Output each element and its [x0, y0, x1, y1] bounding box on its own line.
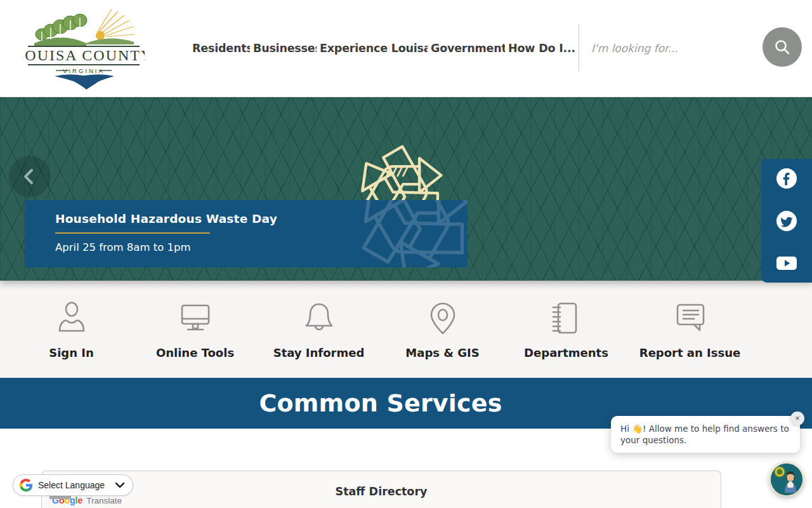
- chevron-down-icon: [115, 482, 125, 488]
- language-select[interactable]: Select Language: [13, 474, 133, 496]
- quicklink-label: Maps & GIS: [405, 346, 479, 359]
- twitter-icon: [776, 210, 797, 232]
- staff-directory-title: Staff Directory: [42, 471, 721, 498]
- translate-attribution-label: Translate: [86, 496, 122, 505]
- quicklink-stay-informed[interactable]: Stay Informed: [257, 298, 381, 359]
- quicklink-sign-in[interactable]: Sign In: [10, 298, 133, 359]
- quicklink-label: Departments: [524, 346, 608, 359]
- nav-item-government[interactable]: Government: [431, 42, 505, 55]
- notebook-icon: [547, 298, 586, 338]
- chatbot-avatar: [771, 464, 802, 495]
- carousel-prev-button[interactable]: [9, 156, 51, 197]
- louisa-county-logo[interactable]: LOUISA COUNTY VIRGINIA: [23, 6, 145, 90]
- google-wordmark: Google: [52, 495, 82, 505]
- quicklink-departments[interactable]: Departments: [504, 298, 628, 359]
- nav-item-experience-louisa[interactable]: Experience Louisa: [320, 42, 428, 55]
- hero-slide-subtitle: April 25 from 8am to 1pm: [55, 241, 277, 253]
- youtube-link[interactable]: [776, 252, 797, 274]
- quick-links-section: Sign In Online Tools Stay Informed: [0, 281, 812, 378]
- staff-directory-card: Staff Directory: [41, 471, 721, 508]
- chat-close-button[interactable]: ×: [790, 411, 804, 425]
- search-input[interactable]: [590, 37, 751, 60]
- search-icon: [773, 38, 791, 56]
- logo-title: LOUISA COUNTY: [23, 47, 145, 64]
- youtube-icon: [776, 252, 797, 274]
- louisa-county-homepage: LOUISA COUNTY VIRGINIA Residents Busines…: [0, 0, 812, 508]
- recycle-watermark-icon: [310, 200, 468, 267]
- hero-title-underline: [55, 232, 210, 234]
- hero-carousel: Household Hazardous Waste Day April 25 f…: [0, 97, 812, 281]
- logo-water: [55, 74, 114, 90]
- chatbot-message: Hi 👋! Allow me to help find answers to y…: [620, 423, 790, 446]
- facebook-link[interactable]: [776, 168, 797, 189]
- chatbot-greeting-bubble[interactable]: Hi 👋! Allow me to help find answers to y…: [611, 416, 800, 453]
- search-button[interactable]: [763, 27, 802, 67]
- quicklink-maps-gis[interactable]: Maps & GIS: [381, 298, 504, 359]
- facebook-icon: [776, 168, 797, 189]
- nav-item-how-do-i[interactable]: How Do I...: [508, 42, 575, 55]
- map-pin-icon: [423, 298, 462, 338]
- quicklink-label: Stay Informed: [273, 346, 365, 359]
- hero-slide-caption: Household Hazardous Waste Day April 25 f…: [25, 200, 468, 267]
- quicklink-label: Report an Issue: [639, 346, 740, 359]
- google-translate-attribution[interactable]: Google Translate: [52, 495, 122, 505]
- main-nav: Residents Businesses Experience Louisa G…: [192, 0, 575, 97]
- chat-lines-icon: [671, 298, 710, 338]
- site-header: LOUISA COUNTY VIRGINIA Residents Busines…: [0, 0, 812, 97]
- language-select-value: Select Language: [38, 480, 115, 490]
- google-g-icon: [19, 478, 33, 492]
- quick-links-row: Sign In Online Tools Stay Informed: [10, 298, 752, 359]
- quicklink-report-issue[interactable]: Report an Issue: [628, 298, 752, 359]
- quicklink-online-tools[interactable]: Online Tools: [133, 298, 257, 359]
- bell-icon: [299, 298, 339, 338]
- header-divider: [579, 24, 579, 71]
- nav-item-businesses[interactable]: Businesses: [253, 42, 317, 55]
- chevron-left-icon: [20, 166, 40, 187]
- nav-item-residents[interactable]: Residents: [192, 42, 250, 55]
- chatbot-avatar-button[interactable]: [769, 462, 804, 497]
- social-rail: [761, 159, 812, 283]
- quicklink-label: Sign In: [49, 346, 94, 359]
- twitter-link[interactable]: [776, 210, 797, 232]
- monitor-icon: [176, 298, 215, 338]
- quicklink-label: Online Tools: [156, 346, 234, 359]
- logo-subtitle: VIRGINIA: [63, 67, 105, 74]
- logo-artwork: [28, 9, 140, 46]
- person-icon: [52, 298, 91, 338]
- hero-slide-title[interactable]: Household Hazardous Waste Day: [55, 212, 277, 225]
